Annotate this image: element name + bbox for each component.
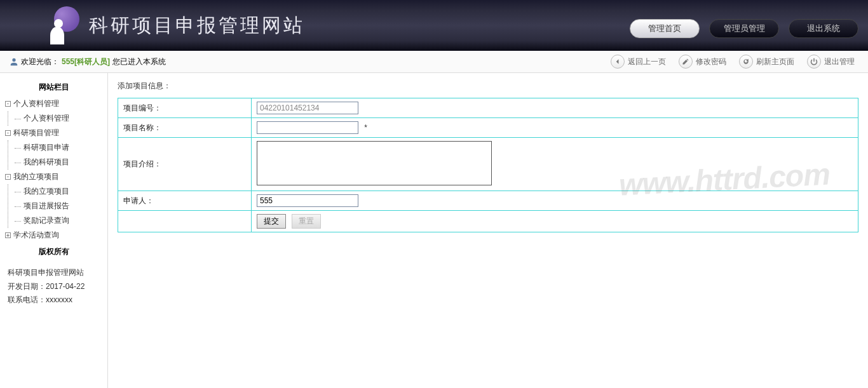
action-bar: 欢迎光临： 555[科研人员] 您已进入本系统 返回上一页 修改密码 刷新主页面… <box>0 51 868 73</box>
minus-icon: - <box>5 174 11 180</box>
row-buttons: 提交 重置 <box>118 211 858 232</box>
password-label: 修改密码 <box>696 57 726 67</box>
header-nav: 管理首页 管理员管理 退出系统 <box>630 19 858 38</box>
minus-icon: - <box>5 130 11 136</box>
sidebar-item-myproject[interactable]: 我的科研项目 <box>15 155 107 170</box>
nav-admin-button[interactable]: 管理员管理 <box>709 19 779 38</box>
logout-label: 退出管理 <box>824 57 855 67</box>
sidebar-item-approved[interactable]: 我的立项项目 <box>15 184 107 199</box>
tree-group-approved: - 我的立项项目 我的立项项目 项目进展报告 奖励记录查询 <box>5 170 107 228</box>
header: 科研项目申报管理网站 管理首页 管理员管理 退出系统 <box>0 0 868 51</box>
tree-toggle-profile[interactable]: - 个人资料管理 <box>5 97 107 111</box>
sidebar-item-award[interactable]: 奖励记录查询 <box>15 213 107 228</box>
copyright-line1: 科研项目申报管理网站 <box>8 266 100 280</box>
reset-button[interactable]: 重置 <box>292 214 321 229</box>
welcome-prefix: 欢迎光临： <box>21 57 59 67</box>
sidebar-section-title: 网站栏目 <box>0 78 107 97</box>
tree-label: 学术活动查询 <box>13 230 59 241</box>
back-label: 返回上一页 <box>628 57 666 67</box>
minus-icon: - <box>5 101 11 107</box>
form-title: 添加项目信息： <box>118 81 858 91</box>
password-link[interactable]: 修改密码 <box>675 55 730 69</box>
sidebar-tree: - 个人资料管理 个人资料管理 - 科研项目管理 科研项目申请 我的科研项目 <box>0 97 107 243</box>
power-icon <box>807 55 821 69</box>
tree-group-academic: + 学术活动查询 <box>5 228 107 243</box>
submit-button[interactable]: 提交 <box>257 214 286 229</box>
user-icon <box>10 57 18 66</box>
logout-link[interactable]: 退出管理 <box>803 55 858 69</box>
label-project-name: 项目名称： <box>118 118 252 138</box>
row-project-intro: 项目介绍： <box>118 138 858 191</box>
textarea-project-intro[interactable] <box>257 141 492 185</box>
logo-icon <box>44 6 83 44</box>
refresh-icon <box>739 55 753 69</box>
label-applicant: 申请人： <box>118 191 252 211</box>
copyright-title: 版权所有 <box>0 243 107 261</box>
refresh-link[interactable]: 刷新主页面 <box>735 55 798 69</box>
container: 网站栏目 - 个人资料管理 个人资料管理 - 科研项目管理 科研项目申请 我的 <box>0 73 868 388</box>
form-table: 项目编号： 项目名称： * 项目介绍： 申请人： <box>118 98 858 232</box>
copyright-line3: 联系电话：xxxxxxx <box>8 293 100 307</box>
label-project-id: 项目编号： <box>118 98 252 118</box>
label-project-intro: 项目介绍： <box>118 138 252 191</box>
tree-group-profile: - 个人资料管理 个人资料管理 <box>5 97 107 126</box>
welcome-user: 555[科研人员] <box>62 57 110 67</box>
input-project-id <box>257 102 358 114</box>
action-links: 返回上一页 修改密码 刷新主页面 退出管理 <box>607 55 858 69</box>
arrow-left-icon <box>611 55 625 69</box>
copyright-line2: 开发日期：2017-04-22 <box>8 280 100 294</box>
refresh-label: 刷新主页面 <box>756 57 794 67</box>
copyright-block: 科研项目申报管理网站 开发日期：2017-04-22 联系电话：xxxxxxx <box>0 261 107 312</box>
sidebar-item-profile[interactable]: 个人资料管理 <box>15 111 107 126</box>
main-content: 添加项目信息： 项目编号： 项目名称： * 项目介绍： <box>108 73 868 388</box>
tree-group-project: - 科研项目管理 科研项目申请 我的科研项目 <box>5 126 107 170</box>
sidebar: 网站栏目 - 个人资料管理 个人资料管理 - 科研项目管理 科研项目申请 我的 <box>0 73 108 388</box>
welcome-suffix: 您已进入本系统 <box>112 57 166 67</box>
nav-exit-button[interactable]: 退出系统 <box>789 19 858 38</box>
nav-home-button[interactable]: 管理首页 <box>630 19 700 38</box>
input-project-name[interactable] <box>257 121 358 134</box>
tree-label: 我的立项项目 <box>13 171 59 182</box>
required-marker: * <box>364 123 367 132</box>
sidebar-item-progress[interactable]: 项目进展报告 <box>15 199 107 213</box>
tree-toggle-project[interactable]: - 科研项目管理 <box>5 126 107 140</box>
row-applicant: 申请人： <box>118 191 858 211</box>
tree-label: 个人资料管理 <box>13 98 59 109</box>
sidebar-item-apply[interactable]: 科研项目申请 <box>15 140 107 155</box>
plus-icon: + <box>5 232 11 238</box>
tree-toggle-academic[interactable]: + 学术活动查询 <box>5 228 107 243</box>
input-applicant[interactable] <box>257 194 358 207</box>
tree-label: 科研项目管理 <box>13 128 59 138</box>
row-project-id: 项目编号： <box>118 98 858 118</box>
site-title: 科研项目申报管理网站 <box>89 13 305 39</box>
back-link[interactable]: 返回上一页 <box>607 55 670 69</box>
welcome-text: 欢迎光临： 555[科研人员] 您已进入本系统 <box>10 57 166 67</box>
row-project-name: 项目名称： * <box>118 118 858 138</box>
tree-toggle-approved[interactable]: - 我的立项项目 <box>5 170 107 184</box>
logo-area: 科研项目申报管理网站 <box>44 6 305 44</box>
pencil-icon <box>679 55 693 69</box>
